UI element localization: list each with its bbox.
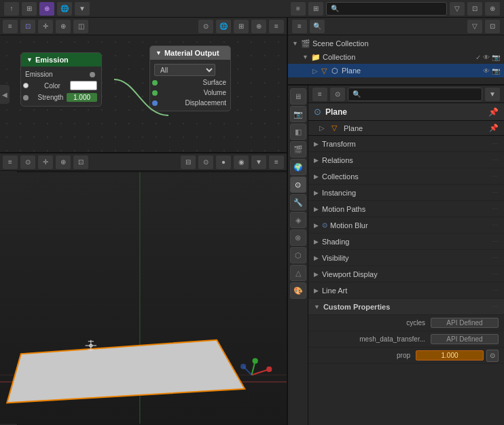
outliner-extra-btn[interactable]: ⊡	[485, 20, 500, 33]
tab-data[interactable]: △	[290, 265, 306, 281]
topbar-search-input[interactable]	[326, 2, 447, 16]
topbar-btn-grid[interactable]: ⊞	[22, 2, 37, 16]
instancing-label: Instancing	[322, 189, 356, 197]
node-editor-node[interactable]: ◫	[73, 20, 88, 33]
collection-vis-check[interactable]: ✓	[475, 54, 481, 61]
node-editor-sphere[interactable]: ⊙	[198, 20, 213, 33]
section-motion-paths[interactable]: ▶ Motion Paths ···	[308, 201, 504, 217]
vp-select-btn[interactable]: ✛	[38, 155, 53, 169]
vp-add-btn[interactable]: ⊕	[56, 155, 71, 169]
emission-node: ▼ Emission Emission Color	[20, 52, 102, 107]
outliner-item-collection[interactable]: ▼ 📁 Collection ✓ 👁 📷	[288, 50, 504, 64]
surface-row: Surface	[154, 77, 226, 88]
vp-shading-dropdown[interactable]: ▼	[251, 155, 266, 169]
tab-output[interactable]: 📷	[290, 106, 306, 122]
outliner-search-btn[interactable]: 🔍	[310, 20, 325, 33]
section-shading[interactable]: ▶ Shading ···	[308, 234, 504, 250]
vp-shading-wire[interactable]: ⊟	[181, 155, 196, 169]
section-motion-blur[interactable]: ▶ ⊙ Motion Blur ···	[308, 217, 504, 234]
vp-shading-render[interactable]: ◉	[234, 155, 249, 169]
node-editor-canvas: ◀ ▼ Emission Emission Color	[0, 35, 287, 153]
outliner-item-scene-collection[interactable]: ▼ 🎬 Scene Collection	[288, 37, 504, 50]
topbar-right-filter[interactable]: ▽	[450, 2, 465, 16]
strength-value[interactable]: 1.000	[67, 93, 97, 102]
props-obj-btn[interactable]: ⊙	[330, 88, 345, 101]
node-editor-add[interactable]: ⊕	[56, 20, 71, 33]
props-search-input[interactable]	[348, 88, 482, 101]
node-editor-overlay[interactable]: ≡	[269, 20, 284, 33]
tab-modifier[interactable]: 🔧	[290, 194, 306, 210]
viewport[interactable]: ≡ ⊙ ✛ ⊕ ⊡ ⊟ ⊙ ● ◉ ▼ ≡ Options ▼	[0, 153, 287, 425]
vp-mode-btn[interactable]: ≡	[3, 155, 18, 169]
topbar-right-sq[interactable]: ⊡	[467, 2, 482, 16]
plane-mesh-icon: ▽	[321, 67, 327, 75]
props-extra-btn[interactable]: ▼	[485, 88, 500, 101]
node-editor-select[interactable]: ✛	[38, 20, 53, 33]
vp-shading-mat[interactable]: ●	[216, 155, 231, 169]
section-visibility[interactable]: ▶ Visibility ···	[308, 250, 504, 266]
vp-object-btn[interactable]: ⊡	[73, 155, 88, 169]
props-mode-btn[interactable]: ≡	[312, 88, 327, 101]
color-swatch[interactable]	[70, 81, 97, 90]
section-line-art[interactable]: ▶ Line Art ···	[308, 282, 504, 299]
pin-icon[interactable]: 📌	[488, 107, 499, 117]
tab-physics[interactable]: ⊗	[290, 229, 306, 246]
prop-action-btn[interactable]: ⊙	[486, 350, 499, 362]
material-output-expand: ▼	[156, 50, 162, 56]
topbar-right-grid[interactable]: ⊞	[308, 2, 323, 16]
relations-label: Relations	[322, 156, 353, 164]
svg-point-15	[240, 364, 246, 369]
tab-view-layer[interactable]: ◧	[290, 124, 306, 140]
outliner-mode-btn[interactable]: ≡	[292, 20, 307, 33]
outliner-filter-btn[interactable]: ▽	[467, 20, 482, 33]
node-editor-collapse[interactable]: ◀	[0, 85, 10, 104]
node-editor-pin[interactable]: ⊕	[251, 20, 266, 33]
plane-vis-cam[interactable]: 📷	[492, 67, 500, 75]
outliner: ≡ 🔍 ▽ ⊡ ▼ 🎬 Scene Collection ▼ 📁 C	[288, 18, 504, 86]
node-editor-settings[interactable]: ⊞	[234, 20, 249, 33]
props-scroll-area: ▶ Transform ··· ▶ Relations ··· ▶ Collec…	[308, 136, 504, 425]
topbar-right-menu[interactable]: ≡	[291, 2, 306, 16]
tab-constraints[interactable]: ⬡	[290, 247, 306, 263]
outliner-item-plane[interactable]: ▷ ▽ ⬡ Plane 👁 📷	[288, 64, 504, 77]
mesh-data-value[interactable]: API Defined	[431, 334, 499, 344]
node-editor-view[interactable]: ⊡	[20, 20, 35, 33]
collections-label: Collections	[322, 172, 359, 181]
topbar-btn-globe[interactable]: 🌐	[57, 2, 72, 16]
surface-label: Surface	[203, 79, 226, 86]
topbar-right-plus[interactable]: ⊕	[485, 2, 500, 16]
topbar-btn-up[interactable]: ↑	[4, 2, 19, 16]
collection-vis-eye[interactable]: 👁	[483, 54, 490, 61]
cycles-value[interactable]: API Defined	[431, 318, 499, 328]
plane-vis-eye[interactable]: 👁	[483, 67, 490, 75]
vp-view-btn[interactable]: ⊙	[20, 155, 35, 169]
material-output-dropdown[interactable]: All	[154, 64, 215, 76]
volume-row: Volume	[154, 88, 226, 98]
tab-material[interactable]: 🎨	[290, 282, 306, 299]
tab-render[interactable]: 🖥	[290, 88, 306, 105]
line-art-dots: ···	[492, 287, 499, 293]
section-transform[interactable]: ▶ Transform ···	[308, 136, 504, 152]
section-instancing[interactable]: ▶ Instancing ···	[308, 185, 504, 201]
vp-overlay-btn[interactable]: ≡	[269, 155, 284, 169]
vp-shading-solid[interactable]: ⊙	[198, 155, 213, 169]
outliner-body: ▼ 🎬 Scene Collection ▼ 📁 Collection ✓ 👁 …	[288, 35, 504, 84]
section-viewport-display[interactable]: ▶ Viewport Display ···	[308, 266, 504, 282]
tab-world[interactable]: 🌍	[290, 159, 306, 175]
motion-paths-label: Motion Paths	[322, 205, 365, 213]
section-relations[interactable]: ▶ Relations ···	[308, 152, 504, 168]
tab-scene[interactable]: 🎬	[290, 141, 306, 158]
props-mesh-icon: ⊙	[314, 107, 321, 117]
node-editor-mode[interactable]: ≡	[3, 20, 18, 33]
collection-vis-cam[interactable]: 📷	[492, 54, 500, 61]
node-editor-globe[interactable]: 🌐	[216, 20, 231, 33]
tab-particles[interactable]: ◈	[290, 212, 306, 228]
instancing-arrow: ▶	[314, 189, 319, 196]
custom-props-header[interactable]: ▼ Custom Properties ···	[308, 299, 504, 315]
prop-value[interactable]: 1.000	[416, 350, 484, 361]
topbar-btn-dropdown[interactable]: ▼	[75, 2, 90, 16]
topbar-btn-add[interactable]: ⊕	[39, 2, 54, 16]
viewport-canvas[interactable]: Options ▼ ⊕ ✋ 🎥 ⊞ 🔍 ✋ 🎥 ⊞	[0, 171, 287, 425]
tab-object[interactable]: ⊙	[290, 177, 306, 193]
section-collections[interactable]: ▶ Collections ···	[308, 168, 504, 185]
